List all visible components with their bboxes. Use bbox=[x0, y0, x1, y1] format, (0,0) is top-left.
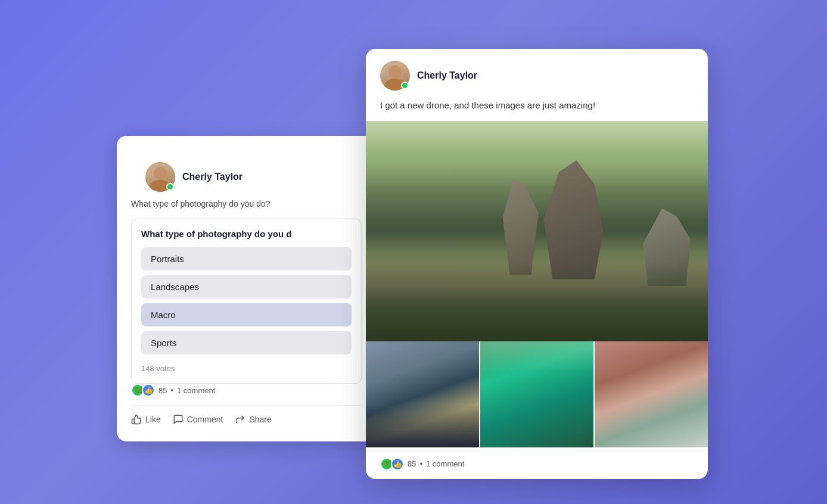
photo-thumbnails bbox=[366, 341, 708, 447]
poll-votes: 148 votes bbox=[141, 364, 175, 373]
reaction-icons: 🌿 👍 bbox=[131, 384, 155, 397]
like-label: Like bbox=[145, 415, 161, 424]
reaction-blue: 👍 bbox=[391, 458, 404, 471]
poll-intro-text: What type of photography do you do? bbox=[131, 198, 362, 210]
reaction-count: 85 bbox=[408, 459, 416, 468]
user-name: Cherly Taylor bbox=[417, 70, 477, 81]
share-button[interactable]: Share bbox=[235, 414, 271, 425]
poll-question: What type of photography do you d bbox=[141, 229, 352, 239]
poll-option-macro[interactable]: Macro bbox=[141, 303, 352, 326]
comment-count: 1 comment bbox=[177, 386, 215, 395]
photo-grid bbox=[366, 121, 708, 447]
reaction-count: 85 bbox=[158, 386, 167, 395]
thumbnail-3[interactable] bbox=[593, 341, 708, 447]
front-reactions-row: 🌿 👍 85 • 1 comment bbox=[366, 450, 708, 479]
reaction-separator: • bbox=[170, 386, 173, 395]
comment-label: Comment bbox=[187, 415, 223, 424]
reaction-icons: 🌿 👍 bbox=[380, 458, 404, 471]
main-photo[interactable] bbox=[366, 121, 708, 341]
rock-formation-3 bbox=[643, 209, 691, 286]
action-bar: Like Comment Share bbox=[131, 405, 362, 427]
avatar bbox=[145, 162, 175, 192]
reaction-separator: • bbox=[419, 459, 422, 468]
photo-card-header: Cherly Taylor bbox=[366, 49, 708, 99]
post-text: I got a new drone, and these images are … bbox=[366, 99, 708, 121]
like-icon bbox=[131, 414, 142, 425]
online-indicator bbox=[401, 82, 409, 89]
reactions-row: 🌿 👍 85 • 1 comment bbox=[131, 384, 362, 397]
poll-box: What type of photography do you d Portra… bbox=[131, 219, 362, 384]
thumbnail-2[interactable] bbox=[479, 341, 593, 447]
avatar bbox=[380, 61, 410, 91]
comment-icon bbox=[173, 414, 184, 425]
reaction-blue: 👍 bbox=[142, 384, 155, 397]
poll-option-portraits[interactable]: Portraits bbox=[141, 247, 352, 270]
share-icon bbox=[235, 414, 245, 425]
share-label: Share bbox=[249, 415, 271, 424]
comment-button[interactable]: Comment bbox=[173, 414, 223, 425]
cards-container: Cherly Taylor What type of photography d… bbox=[0, 0, 827, 504]
user-name: Cherly Taylor bbox=[182, 172, 242, 182]
comment-count: 1 comment bbox=[426, 459, 464, 468]
poll-card: Cherly Taylor What type of photography d… bbox=[117, 136, 376, 441]
rock-formation-1 bbox=[503, 180, 539, 275]
thumbnail-1[interactable] bbox=[366, 341, 479, 447]
landscape-scene bbox=[366, 121, 708, 341]
poll-option-landscapes[interactable]: Landscapes bbox=[141, 275, 352, 298]
poll-card-header: Cherly Taylor bbox=[131, 150, 362, 198]
like-button[interactable]: Like bbox=[131, 414, 161, 425]
rock-formation-2 bbox=[543, 160, 603, 279]
poll-option-sports[interactable]: Sports bbox=[141, 331, 352, 354]
poll-options: Portraits Landscapes Macro Sports bbox=[141, 247, 352, 354]
photo-card: Cherly Taylor I got a new drone, and the… bbox=[366, 49, 708, 479]
online-indicator bbox=[166, 183, 174, 191]
